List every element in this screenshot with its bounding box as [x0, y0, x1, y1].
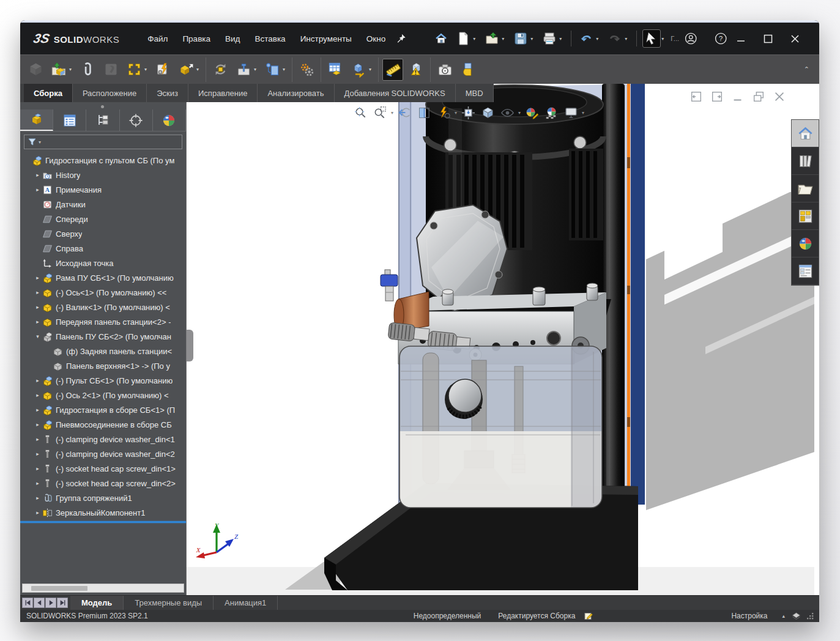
tree-filter[interactable]: ▾ — [24, 135, 182, 149]
hide-show-items-caret[interactable]: ▾ — [518, 110, 521, 116]
expand-arrow[interactable]: ▸ — [33, 319, 42, 325]
tab-Анализировать[interactable]: Анализировать — [258, 84, 334, 102]
new-file-dropdown-caret[interactable]: ▾ — [473, 36, 479, 42]
tree-item[interactable]: Панель верхняя<1> -> (По у — [20, 358, 186, 373]
taskpane-view-palette-button[interactable] — [792, 202, 819, 230]
panel-tab-display-manager[interactable] — [153, 109, 186, 131]
new-file-button[interactable] — [454, 29, 472, 48]
tab-Расположение[interactable]: Расположение — [73, 84, 147, 102]
panel-splitter-handle[interactable] — [187, 330, 193, 361]
move-component-dropdown-caret[interactable]: ▾ — [196, 67, 202, 72]
menu-Файл[interactable]: Файл — [140, 31, 175, 47]
tree-item[interactable]: ▾Панель ПУ СБ<2> (По умолчан — [20, 329, 186, 344]
panel-tab-configuration-manager[interactable] — [86, 109, 119, 131]
customize-label[interactable]: Настройка — [731, 612, 767, 620]
zoom-to-area-button[interactable] — [370, 103, 390, 122]
tree-item[interactable]: Справа — [20, 241, 186, 256]
tab-Эскиз[interactable]: Эскиз — [147, 84, 188, 102]
interference-detection-button[interactable] — [406, 59, 426, 81]
edit-sheet-icon[interactable] — [584, 611, 594, 621]
tree-item[interactable]: ▸(-) Ось 2<1> (По умолчанию) < — [20, 388, 186, 402]
section-view-button[interactable] — [458, 59, 478, 81]
taskpane-custom-properties-button[interactable] — [792, 258, 819, 285]
tree-item[interactable]: Сверху — [20, 226, 186, 241]
tree-item[interactable]: Спереди — [20, 212, 186, 226]
tab-Сборка[interactable]: Сборка — [24, 84, 73, 102]
view-settings-button[interactable] — [561, 103, 581, 122]
tree-item[interactable]: ▸(-) clamping device washer_din<1 — [20, 432, 186, 446]
move-component-button[interactable] — [176, 59, 196, 81]
expand-arrow[interactable]: ▸ — [33, 421, 42, 428]
expand-arrow[interactable]: ▸ — [33, 451, 42, 457]
tree-item[interactable]: ▸(-) Ось<1> (По умолчанию) << — [20, 285, 186, 300]
panel-tab-property-manager[interactable] — [53, 109, 86, 131]
account-icon[interactable] — [684, 31, 697, 46]
tree-item[interactable]: ▸(-) socket head cap screw_din<1> — [20, 461, 186, 476]
tab-Исправление[interactable]: Исправление — [188, 84, 258, 102]
expand-arrow[interactable]: ▸ — [33, 495, 42, 501]
undo-button[interactable] — [577, 29, 595, 48]
smart-fasteners-button[interactable] — [100, 59, 121, 81]
tree-item[interactable]: ▸Гидростанция в сборе СБ<1> (П — [20, 402, 186, 417]
expand-arrow[interactable]: ▸ — [33, 289, 42, 295]
sheet-nav-last-button[interactable] — [57, 598, 68, 608]
expand-arrow[interactable]: ▸ — [33, 436, 42, 442]
pin-menu-icon[interactable] — [395, 32, 407, 45]
panel-tab-features-tree[interactable] — [20, 109, 53, 131]
taskpane-design-library-button[interactable] — [792, 147, 819, 175]
zoom-to-area-caret[interactable]: ▾ — [391, 110, 393, 116]
home-button[interactable] — [432, 29, 450, 48]
dynamic-annotation-views-button[interactable] — [434, 103, 453, 122]
ribbon-collapse-chevron[interactable]: ⌃ — [804, 65, 809, 73]
menu-Окно[interactable]: Окно — [359, 31, 393, 47]
tree-item[interactable]: Датчики — [20, 197, 186, 212]
taskpane-file-explorer-button[interactable] — [792, 175, 819, 202]
previous-view-button[interactable] — [395, 103, 414, 122]
taskpane-appearances-scenes-button[interactable] — [792, 230, 819, 258]
expand-arrow[interactable]: ▸ — [33, 275, 42, 281]
redo-button[interactable] — [606, 29, 624, 48]
tab-MBD[interactable]: MBD — [456, 84, 494, 102]
tree-item[interactable]: ▸AПримечания — [20, 182, 186, 197]
edit-appearance-button[interactable] — [522, 103, 541, 122]
insert-components-dropdown-caret[interactable]: ▾ — [69, 67, 75, 72]
show-hidden-components-button[interactable] — [210, 59, 231, 81]
rollback-bar[interactable] — [20, 521, 186, 523]
apply-scene-button[interactable] — [541, 103, 561, 122]
tag-icon[interactable] — [791, 611, 801, 621]
expand-arrow[interactable]: ▸ — [33, 509, 42, 516]
save-button[interactable] — [511, 29, 530, 48]
pane-left-button[interactable] — [686, 89, 707, 105]
zoom-to-fit-button[interactable] — [351, 103, 370, 122]
sheet-nav-prev-button[interactable] — [34, 598, 45, 608]
restore-doc-button[interactable] — [748, 89, 769, 105]
linear-component-pattern-button[interactable] — [124, 59, 144, 81]
tree-item[interactable]: ▸(-) clamping device washer_din<2 — [20, 446, 186, 461]
print-button[interactable] — [540, 29, 559, 48]
hide-show-items-button[interactable] — [497, 103, 517, 122]
help-icon[interactable]: ? — [714, 31, 727, 46]
take-snapshot-button[interactable] — [434, 59, 455, 81]
linear-component-pattern-dropdown-caret[interactable]: ▾ — [144, 67, 150, 72]
assembly-features-dropdown-caret[interactable]: ▾ — [254, 67, 259, 72]
section-view-button[interactable] — [414, 103, 434, 122]
dynamic-annotation-views-caret[interactable]: ▾ — [455, 110, 457, 116]
resize-grip[interactable] — [806, 612, 814, 620]
menu-Правка[interactable]: Правка — [175, 31, 218, 47]
expand-arrow[interactable]: ▸ — [33, 465, 42, 472]
minimize-button[interactable] — [727, 28, 754, 49]
tab-Добавления SOLIDWORKS[interactable]: Добавления SOLIDWORKS — [335, 84, 456, 102]
tree-item[interactable]: ▸(-) socket head cap screw_din<2> — [20, 476, 186, 491]
minimize-doc-button[interactable] — [727, 89, 748, 105]
save-dropdown-caret[interactable]: ▾ — [530, 36, 537, 42]
exploded-view-dropdown-caret[interactable]: ▾ — [369, 67, 374, 72]
display-style-button[interactable] — [478, 103, 497, 122]
edit-component-button[interactable] — [25, 59, 46, 81]
panel-grip[interactable] — [101, 105, 104, 108]
bottom-tab-Анимация1[interactable]: Анимация1 — [214, 596, 278, 610]
filter-input[interactable] — [41, 137, 179, 147]
tree-item[interactable]: (ф) Задняя панель станции< — [20, 344, 186, 358]
menu-Вид[interactable]: Вид — [218, 31, 247, 47]
expand-arrow[interactable]: ▸ — [33, 172, 42, 178]
expand-arrow[interactable]: ▸ — [33, 304, 42, 310]
